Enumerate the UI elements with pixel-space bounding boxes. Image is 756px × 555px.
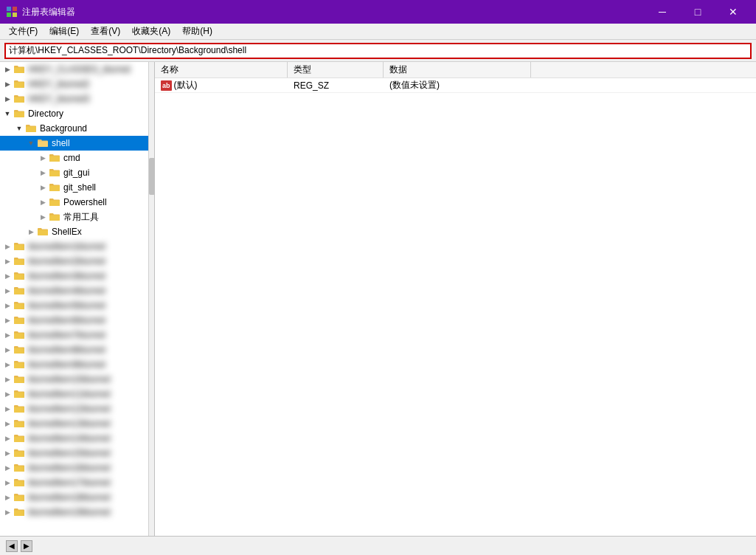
tree-label-git-gui: git_gui [62,168,89,178]
tree-below-4[interactable]: ▶ blurredItem4blurred [0,283,154,298]
tree-below-19[interactable]: ▶ blurredItem19blurred [0,505,154,520]
folder-icon-background [25,123,37,134]
folder-icon [13,255,25,267]
svg-rect-0 [7,7,11,11]
folder-icon [13,359,25,370]
folder-icon-shellex [37,226,49,238]
svg-rect-2 [7,13,11,17]
folder-icon [13,492,25,503]
svg-rect-3 [13,13,17,17]
detail-cell-name-default: ab (默认) [155,78,288,92]
status-bar: ◀ ▶ [0,536,756,555]
address-bar [0,40,756,62]
detail-header: 名称 类型 数据 [155,62,756,78]
tree-item-cmd[interactable]: ▶ cmd [0,151,154,165]
folder-icon [13,477,25,489]
folder-icon [13,300,25,311]
folder-icon [13,344,25,356]
tree-label-shell: shell [50,138,70,148]
menu-favorites[interactable]: 收藏夹(A) [126,24,176,39]
tree-blurred-2[interactable]: ▶ HKEY_blurred2 [0,77,154,92]
tree-item-git-shell[interactable]: ▶ git_shell [0,180,154,195]
col-header-data: 数据 [384,62,531,77]
folder-icon [13,432,25,444]
tree-below-6[interactable]: ▶ blurredItem6blurred [0,313,154,328]
window-controls: ─ □ ✕ [645,0,750,24]
tree-label-git-shell: git_shell [62,182,96,193]
title-bar: 注册表编辑器 ─ □ ✕ [0,0,756,24]
registry-value-name: (默认) [174,79,198,92]
detail-row-default[interactable]: ab (默认) REG_SZ (数值未设置) [155,78,756,93]
close-button[interactable]: ✕ [716,0,750,24]
tree-below-12[interactable]: ▶ blurredItem12blurred [0,401,154,416]
folder-icon [13,78,25,90]
registry-value-data: (数值未设置) [389,79,440,92]
tree-below-16[interactable]: ▶ blurredItem16blurred [0,461,154,475]
folder-icon [13,506,25,518]
folder-icon-changyong [49,211,60,223]
tree-below-10[interactable]: ▶ blurredItem10blurred [0,372,154,387]
tree-blurred-1[interactable]: ▶ HKEY_CLASSES_blurred [0,62,154,77]
folder-icon [13,388,25,400]
minimize-button[interactable]: ─ [645,0,679,24]
tree-blurred-3[interactable]: ▶ HKEY_blurred3 [0,92,154,106]
tree-item-git-gui[interactable]: ▶ git_gui [0,165,154,180]
menu-view[interactable]: 查看(V) [85,24,126,39]
folder-icon [13,314,25,326]
tree-below-8[interactable]: ▶ blurredItem8blurred [0,342,154,357]
tree-label-shellex: ShellEx [50,227,82,237]
tree-below-9[interactable]: ▶ blurredItem9blurred [0,357,154,372]
tree-item-directory[interactable]: ▼ Directory [0,106,154,121]
tree-label-background: Background [38,123,87,134]
tree-label-powershell: Powershell [62,197,107,207]
folder-icon [13,373,25,385]
tree-item-shellex[interactable]: ▶ ShellEx [0,224,154,239]
tree-item-changyong[interactable]: ▶ 常用工具 [0,210,154,224]
tree-below-1[interactable]: ▶ blurredItem1blurred [0,239,154,254]
tree-below-7[interactable]: ▶ blurredItem7blurred [0,328,154,342]
folder-icon-git-gui [49,167,60,179]
folder-icon-cmd [49,152,60,164]
tree-scrollbar-thumb[interactable] [149,158,155,195]
tree-panel: ▶ HKEY_CLASSES_blurred ▶ HKEY_blurred2 ▶ [0,62,155,536]
menu-file[interactable]: 文件(F) [3,24,44,39]
ab-registry-icon: ab [161,80,172,91]
folder-icon [13,329,25,341]
tree-item-shell[interactable]: ▼ shell [0,136,154,151]
folder-icon [13,241,25,252]
nav-forward-button[interactable]: ▶ [21,540,32,552]
folder-icon-shell [37,137,49,149]
folder-icon [13,403,25,415]
menu-help[interactable]: 帮助(H) [176,24,218,39]
tree-below-17[interactable]: ▶ blurredItem17blurred [0,475,154,490]
tree-below-14[interactable]: ▶ blurredItem14blurred [0,431,154,446]
folder-icon [13,418,25,430]
folder-icon-powershell [49,196,60,208]
col-header-type: 类型 [288,62,384,77]
tree-below-18[interactable]: ▶ blurredItem18blurred [0,490,154,505]
tree-below-2[interactable]: ▶ blurredItem2blurred [0,254,154,269]
main-content: ▶ HKEY_CLASSES_blurred ▶ HKEY_blurred2 ▶ [0,62,756,536]
folder-icon [13,270,25,282]
menu-bar: 文件(F) 编辑(E) 查看(V) 收藏夹(A) 帮助(H) [0,24,756,40]
detail-panel: 名称 类型 数据 ab (默认) REG_SZ (数值未设置) [155,62,756,536]
nav-back-button[interactable]: ◀ [6,540,18,552]
window-title: 注册表编辑器 [22,6,75,18]
registry-value-type: REG_SZ [294,80,329,91]
tree-below-15[interactable]: ▶ blurredItem15blurred [0,446,154,461]
folder-icon-directory [13,108,25,120]
tree-item-powershell[interactable]: ▶ Powershell [0,195,154,210]
tree-label-directory: Directory [27,108,63,119]
tree-below-3[interactable]: ▶ blurredItem3blurred [0,269,154,283]
maximize-button[interactable]: □ [681,0,715,24]
address-input[interactable] [4,43,752,59]
tree-label-cmd: cmd [62,153,80,163]
detail-cell-type-default: REG_SZ [288,78,384,92]
tree-below-5[interactable]: ▶ blurredItem5blurred [0,298,154,313]
folder-icon [13,447,25,459]
tree-item-background[interactable]: ▼ Background [0,121,154,136]
menu-edit[interactable]: 编辑(E) [44,24,85,39]
tree-below-11[interactable]: ▶ blurredItem11blurred [0,387,154,401]
tree-scrollbar-track[interactable] [148,62,154,536]
tree-below-13[interactable]: ▶ blurredItem13blurred [0,416,154,431]
